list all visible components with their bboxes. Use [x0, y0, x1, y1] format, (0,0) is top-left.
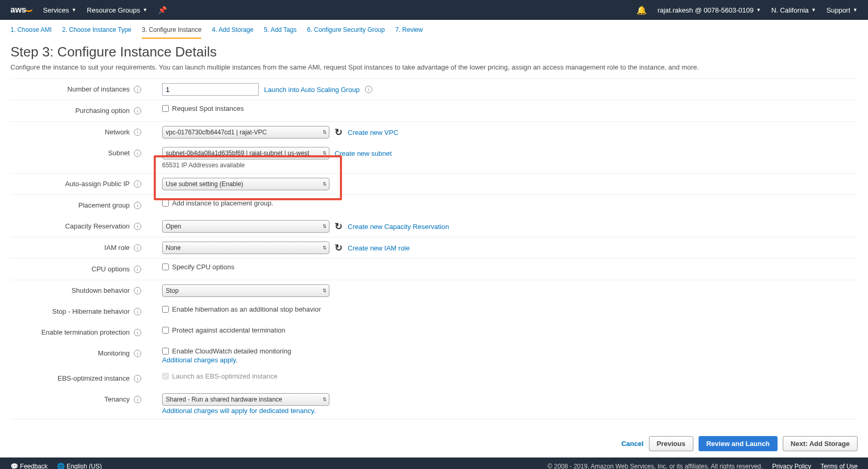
services-menu[interactable]: Services▼: [43, 6, 76, 14]
info-icon[interactable]: i: [134, 396, 141, 403]
caret-down-icon: ▼: [756, 7, 761, 13]
termination-label: Protect against accidental termination: [172, 326, 285, 334]
capacity-select[interactable]: Open: [162, 220, 329, 233]
shutdown-select[interactable]: Stop: [162, 284, 329, 297]
info-icon[interactable]: i: [134, 375, 141, 382]
caret-down-icon: ▼: [812, 7, 816, 13]
placement-checkbox[interactable]: [162, 200, 169, 207]
aws-logo[interactable]: aws⌣: [10, 5, 32, 15]
info-icon[interactable]: i: [134, 86, 141, 93]
refresh-icon[interactable]: ↻: [335, 221, 342, 232]
page-footer: 💬 Feedback 🌐 English (US) © 2008 - 2019,…: [0, 457, 868, 469]
language-selector[interactable]: 🌐 English (US): [57, 463, 102, 469]
caret-down-icon: ▼: [72, 7, 76, 13]
network-select[interactable]: vpc-0176730cfb6447cd1 | rajat-VPC: [162, 126, 329, 139]
asg-link[interactable]: Launch into Auto Scaling Group: [264, 86, 360, 94]
notifications-icon[interactable]: 🔔: [636, 5, 647, 15]
tab-review[interactable]: 7. Review: [395, 26, 423, 39]
label-cpu: CPU options: [92, 263, 130, 276]
monitoring-checkbox[interactable]: [162, 348, 169, 354]
label-network: Network: [105, 126, 130, 139]
copyright-text: © 2008 - 2019, Amazon Web Services, Inc.…: [547, 463, 762, 469]
hibernate-checkbox[interactable]: [162, 306, 169, 313]
label-capacity: Capacity Reservation: [65, 220, 130, 233]
next-button[interactable]: Next: Add Storage: [783, 436, 858, 451]
spot-label: Request Spot instances: [172, 105, 244, 112]
monitoring-label: Enable CloudWatch detailed monitoring: [172, 347, 291, 355]
info-icon[interactable]: i: [134, 244, 141, 251]
label-hibernate: Stop - Hibernate behavior: [52, 305, 130, 318]
refresh-icon[interactable]: ↻: [335, 127, 342, 138]
info-icon[interactable]: i: [134, 107, 141, 115]
tab-security-group[interactable]: 6. Configure Security Group: [307, 26, 385, 39]
label-num-instances: Number of instances: [67, 83, 130, 96]
caret-down-icon: ▼: [853, 7, 858, 13]
label-tenancy: Tenancy: [105, 393, 130, 406]
label-iam: IAM role: [105, 242, 130, 254]
page-subtitle: Configure the instance to suit your requ…: [10, 63, 858, 71]
cpu-label: Specify CPU options: [172, 263, 234, 271]
create-vpc-link[interactable]: Create new VPC: [348, 129, 398, 136]
account-menu[interactable]: rajat.rakesh @ 0078-5603-0109▼: [657, 6, 761, 14]
num-instances-input[interactable]: [162, 83, 259, 96]
monitoring-charges-link[interactable]: Additional charges apply.: [162, 356, 237, 364]
subnet-select[interactable]: subnet-0b4da08a1d635bf69 | rajat-subnet …: [162, 147, 329, 159]
create-iam-link[interactable]: Create new IAM role: [348, 244, 410, 252]
previous-button[interactable]: Previous: [649, 436, 693, 451]
label-subnet: Subnet: [108, 147, 130, 159]
tab-choose-ami[interactable]: 1. Choose AMI: [10, 26, 52, 39]
create-capacity-link[interactable]: Create new Capacity Reservation: [348, 223, 449, 231]
placement-label: Add instance to placement group.: [172, 199, 273, 207]
info-icon[interactable]: i: [134, 308, 141, 315]
info-icon[interactable]: i: [134, 180, 141, 188]
info-icon[interactable]: i: [134, 287, 141, 294]
info-icon[interactable]: i: [365, 86, 372, 93]
caret-down-icon: ▼: [143, 7, 147, 13]
info-icon[interactable]: i: [134, 150, 141, 157]
hibernate-label: Enable hibernation as an additional stop…: [172, 305, 321, 313]
page-title: Step 3: Configure Instance Details: [10, 44, 858, 60]
resource-groups-menu[interactable]: Resource Groups▼: [87, 6, 147, 14]
tab-instance-type[interactable]: 2. Choose Instance Type: [62, 26, 132, 39]
info-icon[interactable]: i: [134, 329, 141, 336]
info-icon[interactable]: i: [134, 129, 141, 136]
iam-select[interactable]: None: [162, 242, 329, 254]
wizard-footer: Cancel Previous Review and Launch Next: …: [0, 430, 868, 457]
tenancy-select[interactable]: Shared - Run a shared hardware instance: [162, 393, 329, 406]
feedback-link[interactable]: 💬 Feedback: [10, 463, 48, 469]
tab-add-tags[interactable]: 5. Add Tags: [264, 26, 297, 39]
review-launch-button[interactable]: Review and Launch: [699, 436, 778, 451]
cancel-button[interactable]: Cancel: [621, 440, 644, 448]
terms-link[interactable]: Terms of Use: [820, 463, 858, 469]
info-icon[interactable]: i: [134, 202, 141, 209]
tab-configure-instance[interactable]: 3. Configure Instance: [142, 26, 201, 39]
label-purchasing: Purchasing option: [75, 105, 130, 117]
label-ebs: EBS-optimized instance: [58, 372, 130, 385]
info-icon[interactable]: i: [134, 350, 141, 357]
create-subnet-link[interactable]: Create new subnet: [335, 150, 392, 157]
wizard-tabs: 1. Choose AMI 2. Choose Instance Type 3.…: [0, 20, 868, 39]
info-icon[interactable]: i: [134, 223, 141, 230]
region-menu[interactable]: N. California▼: [771, 6, 816, 14]
info-icon[interactable]: i: [134, 266, 141, 273]
label-shutdown: Shutdown behavior: [72, 284, 130, 297]
top-nav: aws⌣ Services▼ Resource Groups▼ 📌 🔔 raja…: [0, 0, 868, 20]
label-placement: Placement group: [78, 199, 130, 212]
cpu-checkbox[interactable]: [162, 264, 169, 270]
auto-assign-select[interactable]: Use subnet setting (Enable): [162, 178, 329, 190]
subnet-ip-note: 65531 IP Addresses available: [162, 162, 392, 169]
tab-add-storage[interactable]: 4. Add Storage: [212, 26, 253, 39]
privacy-link[interactable]: Privacy Policy: [772, 463, 812, 469]
label-monitoring: Monitoring: [98, 347, 130, 360]
spot-checkbox[interactable]: [162, 105, 169, 112]
tenancy-charges-link[interactable]: Additional charges will apply for dedica…: [162, 407, 316, 415]
label-auto-assign: Auto-assign Public IP: [65, 178, 130, 190]
refresh-icon[interactable]: ↻: [335, 242, 342, 254]
ebs-checkbox: [162, 373, 169, 380]
support-menu[interactable]: Support▼: [827, 6, 858, 14]
termination-checkbox[interactable]: [162, 327, 169, 334]
label-termination: Enable termination protection: [41, 326, 130, 339]
pin-icon[interactable]: 📌: [158, 6, 167, 14]
ebs-label: Launch as EBS-optimized instance: [172, 372, 278, 380]
